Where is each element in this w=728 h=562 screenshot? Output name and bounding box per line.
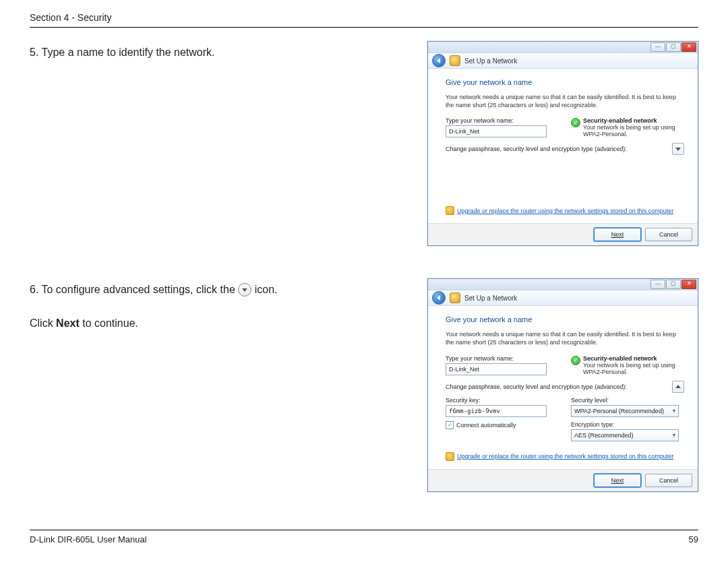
security-status-sub: Your network is being set up using WPA2-… — [583, 124, 684, 137]
network-name-input[interactable]: D-Link_Net — [446, 125, 547, 137]
name-label: Type your network name: — [446, 117, 559, 124]
dialog-desc: Your network needs a unique name so that… — [446, 330, 684, 346]
page-number: 59 — [689, 534, 698, 544]
dialog-title: Set Up a Network — [464, 57, 517, 65]
step6-text: 6. To configure advanced settings, click… — [30, 281, 414, 299]
upgrade-link-text: Upgrade or replace the router using the … — [457, 453, 673, 460]
dialog-collapsed: — ▢ ✕ Set Up a Network Give your network… — [427, 41, 698, 246]
shield-small-icon — [446, 206, 454, 215]
dialog-desc: Your network needs a unique name so that… — [446, 93, 684, 109]
manual-title: D-Link DIR-605L User Manual — [30, 534, 147, 544]
section-header: Section 4 - Security — [30, 12, 698, 28]
back-icon[interactable] — [432, 291, 446, 305]
maximize-button[interactable]: ▢ — [666, 42, 681, 52]
security-status-title: Security-enabled network — [583, 117, 684, 124]
security-status-title: Security-enabled network — [583, 355, 684, 362]
next-button[interactable]: Next — [594, 474, 641, 487]
titlebar: — ▢ ✕ — [428, 279, 698, 290]
security-key-input[interactable]: f6mm-gizb-9vmv — [446, 405, 547, 417]
expand-advanced-button[interactable] — [672, 143, 684, 155]
minimize-button[interactable]: — — [650, 42, 665, 52]
security-level-select[interactable]: WPA2-Personal (Recommended) — [571, 405, 679, 417]
network-name-input[interactable]: D-Link_Net — [446, 363, 547, 375]
connect-auto-checkbox[interactable]: ✓ Connect automatically — [446, 421, 516, 429]
maximize-button[interactable]: ▢ — [666, 280, 681, 289]
security-status-sub: Your network is being set up using WPA2-… — [583, 362, 684, 375]
security-key-label: Security key: — [446, 397, 559, 404]
close-button[interactable]: ✕ — [681, 280, 696, 289]
cancel-button[interactable]: Cancel — [645, 474, 692, 487]
advanced-label: Change passphrase, security level and en… — [446, 146, 627, 152]
upgrade-link[interactable]: Upgrade or replace the router using the … — [446, 206, 673, 215]
router-icon — [450, 55, 460, 66]
dialog-expanded: — ▢ ✕ Set Up a Network Give your network… — [427, 278, 698, 491]
router-icon — [450, 292, 460, 303]
chevron-down-icon — [238, 283, 251, 296]
close-button[interactable]: ✕ — [681, 42, 696, 52]
step5-text: 5. Type a name to identify the network. — [30, 44, 414, 61]
encryption-select[interactable]: AES (Recommended) — [571, 429, 679, 441]
collapse-advanced-button[interactable] — [672, 381, 684, 393]
minimize-button[interactable]: — — [650, 280, 665, 289]
shield-icon — [571, 356, 580, 365]
upgrade-link-text: Upgrade or replace the router using the … — [457, 208, 673, 214]
next-button[interactable]: Next — [594, 228, 641, 241]
connect-auto-label: Connect automatically — [456, 422, 516, 429]
shield-icon — [571, 118, 580, 127]
encryption-label: Encryption type: — [571, 421, 684, 428]
shield-small-icon — [446, 452, 454, 461]
titlebar: — ▢ ✕ — [428, 42, 698, 53]
dialog-heading: Give your network a name — [446, 78, 684, 86]
dialog-title: Set Up a Network — [464, 294, 517, 302]
dialog-heading: Give your network a name — [446, 315, 684, 323]
cancel-button[interactable]: Cancel — [645, 228, 692, 241]
back-icon[interactable] — [432, 54, 446, 67]
name-label: Type your network name: — [446, 355, 559, 362]
upgrade-link[interactable]: Upgrade or replace the router using the … — [446, 452, 673, 461]
step6-click-text: Click Next to continue. — [30, 315, 414, 332]
security-level-label: Security level: — [571, 397, 684, 404]
advanced-label: Change passphrase, security level and en… — [446, 383, 627, 390]
